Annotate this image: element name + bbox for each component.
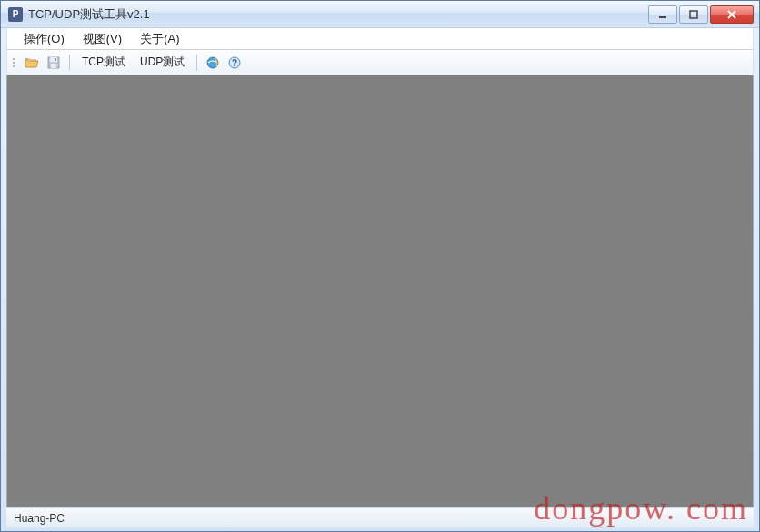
toolbar-grip[interactable] [13, 55, 17, 71]
titlebar[interactable]: P TCP/UDP测试工具v2.1 [1, 1, 759, 28]
folder-open-icon[interactable] [23, 54, 41, 72]
internet-explorer-icon[interactable] [204, 54, 222, 72]
statusbar: Huang-PC [6, 507, 754, 527]
menu-operation[interactable]: 操作(O) [15, 28, 74, 50]
toolbar: TCP测试 UDP测试 ? [6, 50, 754, 75]
svg-rect-1 [690, 11, 697, 18]
main-content-area [6, 75, 754, 507]
menu-about[interactable]: 关于(A) [131, 28, 188, 50]
window-title: TCP/UDP测试工具v2.1 [28, 6, 646, 23]
maximize-button[interactable] [679, 5, 708, 24]
menubar: 操作(O) 视图(V) 关于(A) [6, 28, 754, 50]
help-icon[interactable]: ? [225, 54, 244, 72]
toolbar-separator [69, 55, 70, 71]
toolbar-separator [196, 55, 197, 71]
svg-rect-0 [659, 16, 666, 18]
close-button[interactable] [710, 5, 754, 24]
app-window: P TCP/UDP测试工具v2.1 操作(O) 视图(V) 关于(A) [0, 0, 760, 532]
menu-view[interactable]: 视图(V) [74, 28, 131, 50]
svg-rect-4 [51, 64, 56, 68]
save-icon[interactable] [45, 54, 63, 72]
svg-rect-5 [55, 58, 56, 61]
minimize-button[interactable] [648, 5, 677, 24]
window-controls [646, 5, 754, 24]
tcp-test-button[interactable]: TCP测试 [76, 52, 131, 73]
status-text: Huang-PC [14, 512, 65, 525]
svg-text:?: ? [232, 58, 237, 68]
udp-test-button[interactable]: UDP测试 [135, 52, 190, 73]
app-icon: P [8, 7, 23, 22]
